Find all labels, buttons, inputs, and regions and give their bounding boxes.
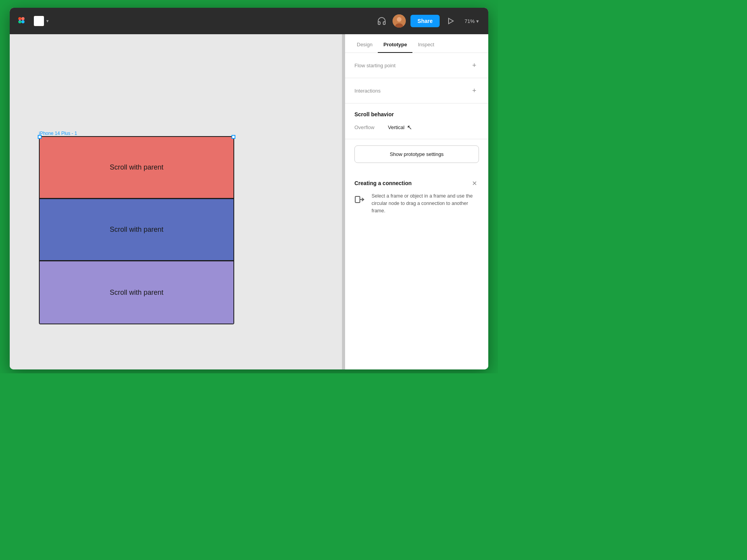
card-1[interactable]: Scroll with parent <box>40 137 233 199</box>
creating-connection-description: Select a frame or object in a frame and … <box>372 192 479 214</box>
flow-starting-point-section: Flow starting point + <box>345 53 488 78</box>
interactions-section: Interactions + <box>345 78 488 103</box>
close-connection-button[interactable]: ✕ <box>470 178 479 188</box>
headphone-icon[interactable] <box>375 15 388 27</box>
svg-point-7 <box>397 17 402 22</box>
overflow-dropdown[interactable]: Vertical ↖ <box>388 124 412 131</box>
selection-handle-tr <box>231 135 235 139</box>
svg-point-2 <box>21 17 25 20</box>
panel-tabs: Design Prototype Inspect <box>345 34 488 53</box>
svg-rect-10 <box>355 196 360 203</box>
cursor-icon: ↖ <box>407 124 412 131</box>
topbar-right: Share 71% ▾ <box>375 14 482 28</box>
card-3-label: Scroll with parent <box>110 289 163 297</box>
connection-arrow-icon <box>354 193 367 206</box>
zoom-chevron-icon: ▾ <box>476 18 479 24</box>
frame-label: iPhone 14 Plus - 1 <box>39 131 77 136</box>
svg-point-4 <box>21 20 25 23</box>
share-button[interactable]: Share <box>410 15 440 27</box>
zoom-control[interactable]: 71% ▾ <box>461 17 482 26</box>
overflow-label: Overflow <box>354 124 382 130</box>
card-2[interactable]: Scroll with parent <box>40 199 233 261</box>
scroll-behavior-title: Scroll behavior <box>354 111 479 117</box>
flow-starting-point-header: Flow starting point + <box>354 61 479 70</box>
show-prototype-settings-button[interactable]: Show prototype settings <box>354 145 479 163</box>
creating-connection-title: Creating a connection <box>354 180 412 186</box>
file-menu[interactable]: ▾ <box>31 14 52 28</box>
overflow-value-text: Vertical <box>388 124 405 130</box>
canvas-scrollbar[interactable] <box>342 34 345 369</box>
tab-inspect[interactable]: Inspect <box>412 37 440 53</box>
zoom-value: 71% <box>465 18 475 24</box>
svg-point-0 <box>16 15 27 26</box>
flow-starting-point-label: Flow starting point <box>354 63 396 68</box>
creating-connection-section: Creating a connection ✕ Select a frame o… <box>354 172 479 220</box>
phone-frame: Scroll with parent Scroll with parent Sc… <box>39 136 234 324</box>
canvas[interactable]: iPhone 14 Plus - 1 Scroll with parent Sc… <box>10 34 342 369</box>
card-1-label: Scroll with parent <box>110 163 163 172</box>
play-icon[interactable] <box>444 15 457 27</box>
tab-prototype[interactable]: Prototype <box>378 37 412 53</box>
card-3[interactable]: Scroll with parent <box>40 261 233 324</box>
interactions-label: Interactions <box>354 88 381 94</box>
right-panel: Design Prototype Inspect Flow starting p… <box>345 34 488 369</box>
svg-marker-9 <box>449 18 453 24</box>
add-interaction-button[interactable]: + <box>470 86 479 95</box>
figma-logo-icon[interactable] <box>16 15 27 27</box>
avatar[interactable] <box>393 14 406 28</box>
tab-design[interactable]: Design <box>351 37 378 53</box>
main-area: iPhone 14 Plus - 1 Scroll with parent Sc… <box>10 34 488 369</box>
scroll-behavior-section: Scroll behavior Overflow Vertical ↖ <box>345 103 488 139</box>
overflow-row: Overflow Vertical ↖ <box>354 124 479 131</box>
chevron-down-icon: ▾ <box>46 18 49 24</box>
creating-connection-header: Creating a connection ✕ <box>354 178 479 188</box>
creating-connection-body: Select a frame or object in a frame and … <box>354 192 479 214</box>
card-2-label: Scroll with parent <box>110 226 163 234</box>
interactions-header: Interactions + <box>354 86 479 95</box>
topbar-left: ▾ <box>16 14 52 28</box>
file-icon <box>34 16 44 26</box>
svg-point-5 <box>19 19 21 21</box>
topbar: ▾ Share <box>10 8 488 34</box>
add-flow-button[interactable]: + <box>470 61 479 70</box>
selection-handle-tl <box>38 135 42 139</box>
